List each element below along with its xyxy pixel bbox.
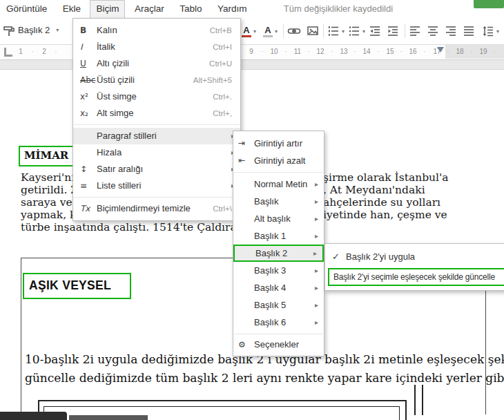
document-table-line [414,385,416,415]
justify-button[interactable] [463,24,475,38]
menu-item-heading3[interactable]: Başlık 3 ▸ [233,262,324,279]
menu-item-options[interactable]: ⚙ Seçenekler [233,337,324,352]
menu-separator [234,172,323,173]
menu-item-clear-formatting[interactable]: Tx Biçimlendirmeyi temizle Ctrl+\ [73,200,240,217]
right-indent-marker[interactable] [437,47,444,52]
menu-item-bold[interactable]: B Kalın Ctrl+B [73,22,240,39]
menu-item-heading1[interactable]: Başlık 1 ▸ [233,227,324,245]
left-indent-marker[interactable] [4,48,12,57]
menu-shortcut: Ctrl+B [210,22,232,39]
ruler-mark: 2 [42,48,46,55]
paragraph-styles-submenu: ⇥ Girintiyi artır ⇤ Girintiyi azalt Norm… [233,131,324,356]
menu-item-increase-indent[interactable]: ⇥ Girintiyi artır [233,135,324,152]
share-button[interactable] [474,0,504,8]
menu-item-label: Paragraf stilleri [97,131,157,141]
ruler-mark: 11 [294,48,301,55]
menu-item-normal-text[interactable]: Normal Metin ▸ [233,175,324,193]
numbered-list-button[interactable]: ▾ [327,24,345,38]
menu-table[interactable]: Tablo [173,0,208,17]
menu-item-italic[interactable]: I İtalik Ctrl+I [73,39,240,55]
annotation-box-asik: AŞIK VEYSEL [23,273,131,299]
ruler-mark: 13 [340,48,347,55]
line-spacing-button[interactable]: ▾ [482,24,499,38]
toolbar-separator [405,24,405,38]
menu-item-heading4[interactable]: Başlık 4 ▸ [233,279,324,296]
insert-image-button[interactable] [307,24,319,38]
bold-icon: B [80,22,95,39]
ruler-tick: · [493,48,495,55]
menu-shortcut: Ctrl+. [213,88,232,105]
menu-item-label: Başlık 2'yi uygula [346,251,415,262]
menu-item-paragraph-styles[interactable]: Paragraf stilleri ▸ [73,128,240,144]
text-color-button[interactable]: A ▾ [242,24,256,38]
ruler-mark: 16 [409,48,416,55]
decrease-indent-button[interactable] [369,24,381,38]
menu-item-label: Üst simge [97,91,137,102]
menu-item-underline[interactable]: U Altı çizili Ctrl+U [73,55,240,72]
menu-item-subscript[interactable]: x₂ Alt simge Ctrl+, [73,105,240,122]
text-fragment: ahçelerinde su yolları [323,196,440,209]
menu-shortcut: Ctrl+, [213,105,232,122]
chevron-down-icon: ▾ [342,28,345,35]
menu-item-superscript[interactable]: x² Üst simge Ctrl+. [73,88,240,105]
ruler-tick: · [284,48,287,55]
menu-item-label: Başlık 5 [254,300,286,310]
menu-help[interactable]: Yardım [211,0,253,17]
line-spacing-icon: ↕ [80,161,95,178]
menu-item-strikethrough[interactable]: Abc Üstü çizili Alt+Shift+5 [73,72,240,88]
styles-dropdown[interactable]: Başlık 2 ▾ [18,25,59,35]
document-heading-asik[interactable]: AŞIK VEYSEL [29,278,111,292]
ruler-mark: 15 [386,48,394,55]
taskbar-fragment[interactable] [0,412,67,420]
taskbar-fragment[interactable] [69,415,148,420]
menu-item-line-spacing[interactable]: ↕ Satır aralığı ▸ [73,161,240,178]
google-docs-window: MİMAR S Kayseri'nin şirme olarak İstanbu… [0,0,504,420]
menu-item-heading5[interactable]: Başlık 5 ▸ [233,296,324,314]
submenu-arrow-icon: ▸ [315,227,318,245]
align-center-button[interactable] [427,24,439,38]
text-fragment: iyetinde han, çeşme ve [323,209,447,221]
menu-item-label: İtalik [97,41,115,52]
ruler-mark: 1 [19,48,23,55]
menu-item-subtitle[interactable]: Alt başlık ▸ [233,210,324,227]
ruler-tick: · [377,48,379,55]
menu-item-label: Başlık [254,196,278,207]
document-heading-mimar[interactable]: MİMAR S [24,149,79,162]
increase-indent-button[interactable] [387,24,399,38]
menu-item-label: Başlık 2'yi seçimle eşleşecek şekilde gü… [333,272,495,282]
menu-tools[interactable]: Araçlar [128,0,171,17]
menu-item-heading6[interactable]: Başlık 6 ▸ [233,314,324,331]
chevron-down-icon: ▾ [253,28,256,35]
highlight-color-button[interactable]: A ▾ [263,24,278,38]
text-line[interactable]: güncelle dediğimizde tüm başlık 2 leri a… [25,369,497,388]
superscript-icon: x² [80,88,95,105]
menu-item-update-heading2[interactable]: Başlık 2'yi seçimle eşleşecek şekilde gü… [328,268,504,286]
menu-view[interactable]: Görüntüle [0,0,53,17]
menu-shortcut: Ctrl+\ [213,200,232,217]
menu-item-align[interactable]: Hizala ▸ [73,144,240,161]
chevron-down-icon: ▾ [362,28,365,35]
menu-item-label: Normal Metin [254,179,307,189]
menu-item-apply-heading2[interactable]: ✓ Başlık 2'yi uygula [325,247,504,267]
paint-format-icon[interactable] [3,24,15,38]
submenu-arrow-icon: ▸ [313,246,317,260]
menu-format[interactable]: Biçim [90,0,125,18]
menu-shortcut: Alt+Shift+5 [193,72,232,88]
menu-item-label: Hizala [97,147,122,158]
align-left-button[interactable] [409,24,421,38]
menu-insert[interactable]: Ekle [57,0,87,17]
bulleted-list-button[interactable]: ▾ [348,24,365,38]
submenu-arrow-icon: ▸ [315,193,318,210]
heading2-submenu: ✓ Başlık 2'yi uygula Başlık 2'yi seçimle… [324,243,504,291]
ruler-mark: 18 [456,48,463,55]
menu-item-list-styles[interactable]: ≡ Liste stilleri ▸ [73,178,240,194]
align-right-button[interactable] [445,24,457,38]
ruler-mark: 19 [479,48,487,55]
submenu-arrow-icon: ▸ [315,175,318,193]
styles-dropdown-value: Başlık 2 [18,25,50,35]
menu-item-title[interactable]: Başlık ▸ [233,193,324,210]
menu-item-decrease-indent[interactable]: ⇤ Girintiyi azalt [233,152,324,169]
menu-item-heading2[interactable]: Başlık 2 ▸ [233,245,324,262]
insert-link-button[interactable] [287,24,301,38]
menu-separator [74,197,240,198]
